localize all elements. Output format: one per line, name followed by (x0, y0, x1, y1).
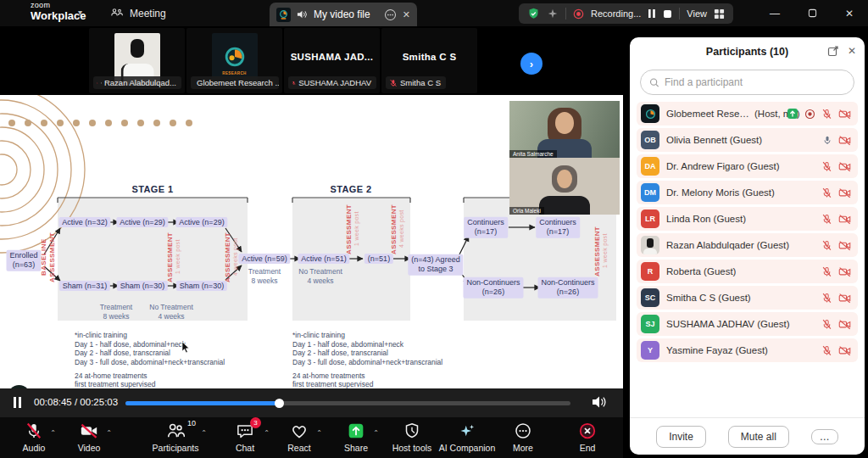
tab-my-video-file[interactable]: My video file ✕ (270, 3, 417, 26)
people-icon (110, 8, 124, 20)
more-button[interactable]: More (487, 421, 559, 453)
participant-row[interactable]: OB Olivia Bennett (Guest) (637, 128, 858, 152)
participants-panel: Participants (10) ✕ Globemeet Research .… (630, 37, 865, 455)
search-input[interactable] (665, 76, 845, 88)
video-button[interactable]: ⌃ Video (53, 421, 125, 453)
chevron-down-icon[interactable]: ▾ (78, 8, 82, 17)
shared-screen-content: STAGE 1 STAGE 2 Enrolled(n=63) Active (n… (0, 95, 623, 415)
playback-pause-button[interactable] (14, 397, 21, 408)
mic-off-icon (821, 319, 832, 330)
record-dot-icon (573, 8, 584, 20)
participants-panel-title: Participants (10) (706, 46, 788, 58)
node-sham-30a: Sham (n=30) (117, 281, 168, 291)
assessment-1week-vertical-label: ASSESSMENT1 week post (166, 231, 182, 283)
next-participants-arrow-button[interactable]: › (520, 53, 542, 75)
video-person-face (555, 112, 574, 134)
node-active-59: Active (n=59) (238, 254, 290, 264)
divider (565, 8, 566, 20)
thumbnail-globemeet[interactable]: RESEARCH Globemeet Research ... (186, 28, 282, 93)
mic-muted-icon (25, 422, 42, 439)
meeting-toolbar: ⌃ Audio ⌃ Video 10⌃ Participants 3⌃ Chat… (0, 417, 623, 458)
title-bar: zoom Workplace ▾ Meeting My video file ✕… (0, 0, 868, 26)
participant-row[interactable]: SC Smitha C S (Guest) (637, 286, 858, 310)
avatar: R (641, 262, 659, 281)
node-n51: (n=51) (364, 254, 393, 264)
avatar (641, 104, 659, 123)
thumbnail-name-pill: Smitha C S (386, 76, 446, 89)
thumbnail-sushama[interactable]: SUSHAMA JAD... SUSHAMA JADHAV (284, 28, 380, 93)
invite-button[interactable]: Invite (656, 426, 706, 448)
video-name-tag: Anita Salmarche (509, 150, 557, 158)
treatment-8weeks-label: Treatment8 weeks (100, 303, 132, 321)
ellipsis-circle-icon[interactable] (384, 8, 397, 21)
panel-more-button[interactable]: … (811, 429, 838, 444)
tab-close-icon[interactable]: ✕ (403, 9, 410, 20)
participant-row[interactable]: Razan Alabdulqader (Guest) (637, 233, 858, 257)
participant-row[interactable]: LR Linda Ron (Guest) (637, 207, 858, 231)
participant-row[interactable]: R Roberta (Guest) (637, 260, 858, 283)
participant-name: Smitha C S (Guest) (666, 293, 751, 303)
sparkle-icon[interactable] (547, 8, 559, 20)
stop-recording-icon[interactable] (663, 9, 672, 19)
video-playback-bar: 00:08:45 / 00:25:03 (0, 388, 623, 417)
thumbnail-smitha[interactable]: Smitha C S Smitha C S (381, 28, 477, 93)
participant-row[interactable]: DA Dr. Andrew Figaro (Guest) (637, 154, 858, 178)
maximize-button[interactable] (793, 0, 831, 26)
recording-label: Recording... (591, 8, 641, 19)
shield-icon (403, 422, 420, 439)
mic-off-icon (821, 240, 832, 251)
participant-row-host[interactable]: Globemeet Research ... (Host, me) (637, 102, 858, 126)
security-shield-icon[interactable] (527, 7, 540, 20)
end-meeting-icon (579, 422, 596, 439)
node-active-51: Active (n=51) (298, 254, 349, 264)
participant-name: Roberta (Guest) (666, 266, 736, 276)
view-grid-icon[interactable] (714, 8, 725, 20)
tab-file-label: My video file (314, 8, 378, 20)
participant-search[interactable] (640, 70, 854, 95)
divider (679, 8, 680, 20)
view-button[interactable]: View (687, 8, 707, 19)
avatar: DA (641, 157, 659, 176)
close-window-button[interactable]: ✕ (831, 0, 868, 26)
participants-button[interactable]: 10⌃ Participants (139, 421, 212, 453)
video-chevron[interactable]: ⌃ (106, 429, 112, 437)
panel-close-icon[interactable]: ✕ (848, 45, 856, 57)
thumbnail-razan[interactable]: Razan Alabdulqad... (89, 28, 185, 93)
mic-off-icon (821, 187, 832, 198)
participants-chevron[interactable]: ⌃ (201, 429, 207, 437)
video-thumbnail-strip: Razan Alabdulqad... RESEARCH Globemeet R… (0, 26, 623, 95)
end-button[interactable]: End (551, 421, 624, 453)
node-enrolled: Enrolled(n=63) (6, 250, 41, 271)
tab-meeting[interactable]: Meeting (110, 0, 166, 26)
assessment-1week-vertical-label-s2: ASSESSMENT1 week post (345, 204, 361, 254)
mic-on-icon (822, 135, 832, 146)
camera-muted-icon (80, 422, 98, 439)
playback-progress-track[interactable] (125, 401, 570, 405)
screen-share-badge-icon (787, 108, 798, 120)
volume-icon[interactable] (591, 394, 608, 410)
assessment-4weeks-vertical-label-s2: ASSESSMENT4 weeks post (390, 204, 406, 254)
video-name-tag: Orla Maleki (509, 207, 544, 215)
camera-off-icon (838, 319, 851, 330)
camera-off-icon (838, 187, 851, 198)
playback-progress-handle[interactable] (275, 399, 284, 408)
popout-icon[interactable] (827, 45, 839, 57)
video-anita: Anita Salmarche (509, 101, 620, 158)
participant-row[interactable]: SJ SUSHAMA JADHAV (Guest) (637, 312, 858, 336)
avatar: SJ (641, 315, 659, 333)
no-treatment-4weeks-label-s2: No Treatment4 weeks (298, 267, 342, 286)
mic-off-icon (821, 161, 832, 172)
mic-off-icon (821, 345, 832, 356)
stage2-footnote: *in-clinic training Day 1 - half dose, a… (292, 331, 442, 389)
participant-row[interactable]: Y Yasmine Fayaz (Guest) (637, 338, 858, 362)
participant-name: Linda Ron (Guest) (666, 214, 746, 224)
mic-off-icon (821, 293, 832, 304)
avatar: DM (641, 183, 659, 202)
node-continuers-1: Continuers(n=17) (464, 217, 508, 238)
participant-row[interactable]: DM Dr. Melony Moris (Guest) (637, 181, 858, 204)
camera-off-icon (838, 345, 851, 356)
pause-recording-icon[interactable] (648, 8, 656, 19)
minimize-button[interactable]: — (756, 0, 793, 26)
mute-all-button[interactable]: Mute all (728, 426, 789, 448)
playback-time: 00:08:45 / 00:25:03 (34, 397, 118, 407)
